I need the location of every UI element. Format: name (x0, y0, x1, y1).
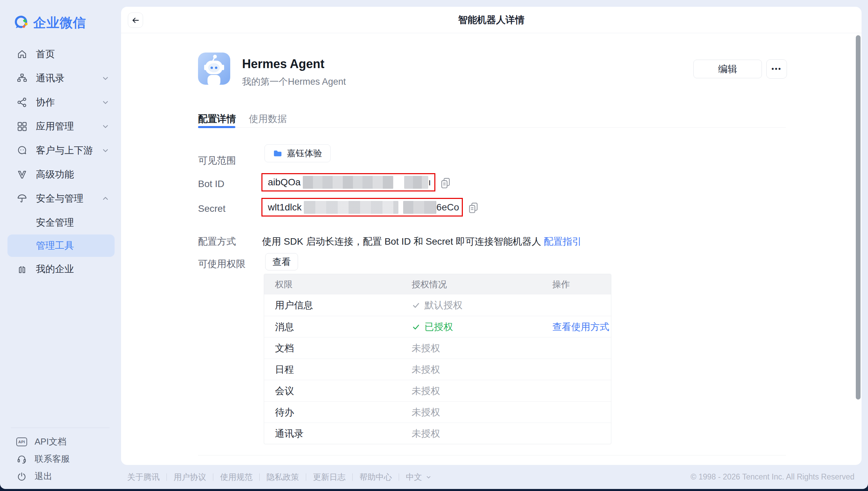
scrollbar-thumb[interactable] (856, 35, 861, 400)
bot-name: Hermes Agent (242, 57, 324, 71)
table-row: 会议 未授权 (264, 380, 611, 401)
sidebar-item-collaboration[interactable]: 协作 (0, 90, 121, 114)
footer-link-about[interactable]: 关于腾讯 (127, 472, 160, 483)
section-divider (198, 455, 786, 455)
bot-description: 我的第一个Hermes Agent (242, 76, 346, 88)
sidebar: 企业微信 首页 通讯录 协作 (0, 0, 121, 489)
table-row: 日程 未授权 (264, 359, 611, 380)
language-selector[interactable]: 中文 (406, 472, 432, 483)
umbrella-icon (16, 193, 28, 204)
check-icon (412, 323, 420, 331)
redacted-value (304, 201, 398, 214)
sidebar-item-customers[interactable]: 客户与上下游 (0, 138, 121, 162)
more-actions-button[interactable]: ••• (766, 59, 787, 79)
sidebar-item-my-company[interactable]: 我的企业 (0, 257, 121, 281)
headset-icon (16, 454, 27, 465)
redacted-value (303, 176, 393, 189)
chevron-down-icon (101, 98, 110, 106)
bot-id-tail-text: ı (428, 177, 431, 188)
secret-tail-text: 6eCo (436, 202, 459, 213)
copy-bot-id-button[interactable] (440, 177, 451, 189)
sidebar-nav: 首页 通讯录 协作 (0, 42, 121, 281)
footer-separator (259, 473, 260, 481)
chevron-up-icon (101, 195, 110, 203)
bot-id-visible-text: aibQOa (268, 177, 301, 188)
advanced-icon (16, 169, 28, 180)
permissions-table-header: 权限 授权情况 操作 (264, 274, 611, 294)
chevron-down-icon (101, 146, 110, 155)
sidebar-divider (11, 428, 110, 428)
sidebar-item-advanced[interactable]: 高级功能 (0, 162, 121, 186)
edit-button[interactable]: 编辑 (693, 60, 762, 78)
footer-separator (352, 473, 353, 481)
sidebar-item-home[interactable]: 首页 (0, 42, 121, 66)
footer-links: 关于腾讯 用户协议 使用规范 隐私政策 更新日志 帮助中心 中文 (127, 465, 432, 489)
copy-secret-button[interactable] (468, 202, 479, 214)
sidebar-item-security-admin[interactable]: 安全管理 (0, 210, 121, 234)
view-usage-link[interactable]: 查看使用方式 (552, 316, 609, 337)
folder-icon (273, 149, 282, 158)
secret-value-box: wlt1dlck 6eCo (261, 198, 463, 217)
sidebar-item-api-docs[interactable]: API API文档 (0, 433, 121, 450)
permissions-table: 权限 授权情况 操作 用户信息 默认授权 消息 已授权 查看使用方式 (264, 274, 611, 444)
sidebar-item-apps[interactable]: 应用管理 (0, 114, 121, 138)
sidebar-item-security-management[interactable]: 安全与管理 (0, 186, 121, 210)
config-method-text: 使用 SDK 启动长连接，配置 Bot ID 和 Secret 即可连接智能机器… (262, 235, 582, 248)
chevron-down-icon (101, 122, 110, 130)
share-nodes-icon (16, 97, 28, 108)
copy-icon (468, 202, 479, 214)
table-row: 文档 未授权 (264, 337, 611, 359)
footer-link-changelog[interactable]: 更新日志 (313, 472, 346, 483)
visible-scope-label: 可见范围 (198, 154, 236, 167)
secret-visible-text: wlt1dlck (268, 202, 302, 213)
brand-logo: 企业微信 (13, 14, 86, 32)
footer-separator (213, 473, 213, 481)
app-window: 企业微信 首页 通讯录 协作 (0, 0, 868, 489)
check-icon (412, 301, 420, 310)
visible-scope-value: 嘉钰体验 (287, 147, 322, 159)
view-permissions-button[interactable]: 查看 (265, 253, 298, 270)
tab-usage-data[interactable]: 使用数据 (249, 112, 287, 125)
bot-avatar (198, 53, 230, 85)
table-row: 用户信息 默认授权 (264, 294, 611, 316)
config-guide-link[interactable]: 配置指引 (544, 236, 582, 247)
org-chart-icon (16, 73, 28, 84)
chevron-down-icon (101, 74, 110, 82)
sidebar-item-contacts[interactable]: 通讯录 (0, 66, 121, 90)
wecom-logo-icon (13, 15, 29, 31)
permissions-label: 可使用权限 (198, 258, 245, 270)
footer-separator (306, 473, 306, 481)
robot-icon (198, 53, 230, 85)
visible-scope-chip[interactable]: 嘉钰体验 (264, 144, 331, 162)
footer-link-privacy[interactable]: 隐私政策 (267, 472, 299, 483)
footer-link-terms[interactable]: 用户协议 (174, 472, 206, 483)
bot-id-label: Bot ID (198, 179, 224, 189)
tab-config-details[interactable]: 配置详情 (198, 112, 236, 125)
footer-separator (166, 473, 167, 481)
table-row: 消息 已授权 查看使用方式 (264, 316, 611, 337)
footer-link-rules[interactable]: 使用规范 (220, 472, 253, 483)
table-row: 待办 未授权 (264, 401, 611, 423)
company-icon (16, 263, 28, 275)
page-footer: 关于腾讯 用户协议 使用规范 隐私政策 更新日志 帮助中心 中文 © 1998 … (0, 465, 868, 489)
chevron-down-icon (426, 474, 432, 480)
secret-label: Secret (198, 203, 225, 214)
config-method-label: 配置方式 (198, 235, 236, 248)
home-icon (16, 48, 28, 60)
main-panel: 智能机器人详情 Hermes Age (121, 7, 862, 465)
chat-bubble-icon (16, 145, 28, 156)
api-icon: API (16, 436, 27, 447)
redacted-value (404, 176, 428, 189)
footer-link-help[interactable]: 帮助中心 (359, 472, 392, 483)
footer-separator (399, 473, 399, 481)
grid-icon (16, 121, 28, 132)
bot-id-value-box: aibQOa ı (261, 173, 435, 191)
active-tab-indicator (198, 126, 235, 128)
table-row: 通讯录 未授权 (264, 423, 611, 444)
detail-header: 智能机器人详情 (121, 7, 862, 33)
sidebar-item-admin-tools[interactable]: 管理工具 (7, 234, 115, 257)
brand-name: 企业微信 (33, 14, 86, 32)
page-title: 智能机器人详情 (121, 7, 862, 33)
copyright-text: © 1998 - 2026 Tencent Inc. All Rights Re… (691, 465, 854, 489)
tabs-divider (198, 127, 786, 128)
